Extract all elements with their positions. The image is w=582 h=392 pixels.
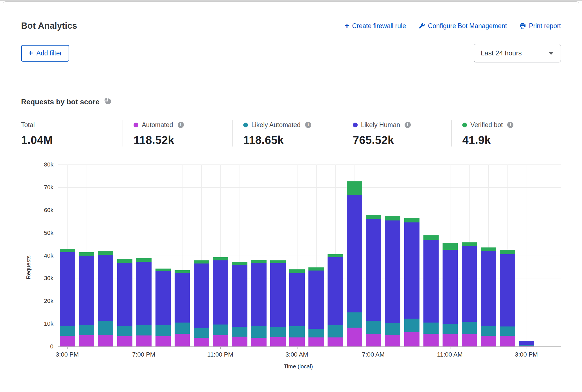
segment-automated <box>347 328 362 346</box>
add-filter-label: Add filter <box>36 49 62 57</box>
info-icon[interactable]: i <box>507 122 513 128</box>
segment-likely-human <box>155 271 171 325</box>
legend-stats: Total 1.04M Automated i 118.52k Likely A… <box>21 120 561 147</box>
y-axis-title: Requests <box>21 165 36 370</box>
segment-likely-automated <box>60 326 75 336</box>
bar-300pm[interactable] <box>58 249 77 346</box>
likely-automated-legend-dot <box>243 123 248 127</box>
segment-likely-human <box>404 222 419 319</box>
segment-verified-bot <box>117 259 132 263</box>
info-icon[interactable]: i <box>305 122 311 128</box>
segment-verified-bot <box>481 247 496 251</box>
segment-verified-bot <box>98 251 113 255</box>
segment-likely-automated <box>404 319 419 332</box>
stat-automated-label: Automated <box>142 121 173 129</box>
segment-likely-human <box>366 219 381 321</box>
bar-1000pm[interactable] <box>192 260 211 346</box>
bar-1000am[interactable] <box>421 235 441 346</box>
bar-500pm[interactable] <box>96 251 115 346</box>
segment-likely-automated <box>443 324 458 334</box>
bar-1200pm[interactable] <box>460 242 479 346</box>
bar-1100am[interactable] <box>441 243 460 346</box>
stat-likely-automated-label: Likely Automated <box>251 121 301 129</box>
pie-chart-icon <box>104 98 112 106</box>
bar-1100pm[interactable] <box>211 257 230 346</box>
segment-likely-automated <box>462 322 477 334</box>
time-range-value: Last 24 hours <box>481 49 522 57</box>
segment-automated <box>175 334 190 346</box>
v-gridline <box>527 165 527 346</box>
segment-likely-human <box>136 262 152 325</box>
configure-bot-management-label: Configure Bot Management <box>428 22 507 30</box>
segment-verified-bot <box>366 215 381 219</box>
segment-likely-human <box>308 271 324 329</box>
x-tick-label: 11:00 AM <box>437 351 463 358</box>
add-filter-button[interactable]: + Add filter <box>21 45 69 62</box>
info-icon[interactable]: i <box>405 122 411 128</box>
header-actions: + Create firewall rule Configure Bot Man… <box>345 22 561 30</box>
create-firewall-rule-link[interactable]: + Create firewall rule <box>345 22 406 30</box>
stat-likely-automated: Likely Automated i 118.65k <box>232 120 342 147</box>
verified-bot-legend-dot <box>462 123 467 127</box>
segment-verified-bot <box>328 254 343 257</box>
bar-600pm[interactable] <box>115 259 134 346</box>
bar-700pm[interactable] <box>134 258 154 346</box>
segment-verified-bot <box>443 243 458 249</box>
bar-800pm[interactable] <box>154 269 173 346</box>
x-axis-title: Time (local) <box>36 363 561 370</box>
bar-1200am[interactable] <box>230 262 249 346</box>
segment-verified-bot <box>155 269 171 271</box>
segment-likely-automated <box>308 329 324 338</box>
bar-800am[interactable] <box>383 216 402 346</box>
segment-automated <box>385 335 400 346</box>
print-report-link[interactable]: Print report <box>519 22 561 30</box>
segment-likely-automated <box>347 312 362 328</box>
bar-900am[interactable] <box>402 218 421 346</box>
segment-likely-automated <box>385 323 400 335</box>
plot-area: 010k20k30k40k50k60k70k80k <box>58 165 561 346</box>
bar-500am[interactable] <box>326 254 345 346</box>
segment-likely-human <box>423 240 439 323</box>
y-tick-label: 30k <box>44 275 53 281</box>
y-tick-label: 70k <box>44 184 53 191</box>
bar-300pm[interactable] <box>517 341 536 346</box>
likely-human-legend-dot <box>353 123 358 127</box>
bar-200pm[interactable] <box>498 250 517 346</box>
x-tick-label: 3:00 PM <box>515 351 538 358</box>
bar-400am[interactable] <box>307 267 326 346</box>
time-range-select[interactable]: Last 24 hours <box>474 44 561 62</box>
bar-900pm[interactable] <box>173 270 192 346</box>
bar-600am[interactable] <box>345 181 364 346</box>
stat-total-label: Total <box>21 121 35 129</box>
bar-100am[interactable] <box>249 260 268 346</box>
segment-likely-automated <box>251 326 266 338</box>
bar-300am[interactable] <box>287 269 306 346</box>
bar-400pm[interactable] <box>77 252 96 346</box>
segment-likely-human <box>347 195 362 312</box>
stat-automated-value: 118.52k <box>134 134 224 147</box>
segment-likely-automated <box>175 323 190 334</box>
wrench-icon <box>418 22 425 29</box>
segment-automated <box>251 338 266 346</box>
segment-likely-automated <box>117 326 132 336</box>
y-tick-label: 60k <box>44 207 53 213</box>
stat-total: Total 1.04M <box>21 120 123 147</box>
segment-automated <box>500 336 515 346</box>
stat-total-value: 1.04M <box>21 134 114 147</box>
stat-verified-bot-value: 41.9k <box>462 134 552 147</box>
segment-verified-bot <box>404 218 419 222</box>
bars-region <box>58 165 536 346</box>
segment-automated <box>366 334 381 346</box>
segment-verified-bot <box>79 252 94 256</box>
x-axis: 3:00 PM7:00 PM11:00 PM3:00 AM7:00 AM11:0… <box>58 346 536 359</box>
bar-700am[interactable] <box>364 215 383 346</box>
segment-likely-automated <box>289 326 304 337</box>
segment-verified-bot <box>270 260 285 263</box>
info-icon[interactable]: i <box>178 122 184 128</box>
stat-verified-bot-label: Verified bot <box>470 121 503 129</box>
bar-100pm[interactable] <box>479 247 498 346</box>
segment-automated <box>232 337 247 346</box>
segment-likely-human <box>270 263 285 327</box>
bar-200am[interactable] <box>268 260 287 346</box>
configure-bot-management-link[interactable]: Configure Bot Management <box>418 22 507 30</box>
